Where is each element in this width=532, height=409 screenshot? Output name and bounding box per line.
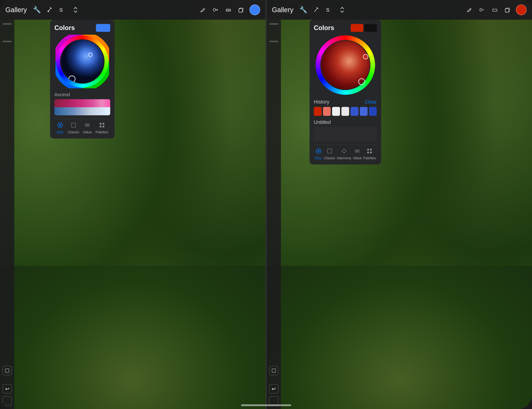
history-swatches-right [314, 107, 377, 116]
palettes-icon-left [98, 121, 106, 129]
tab-palettes-left[interactable]: Palettes [95, 121, 108, 134]
tab-classic-left[interactable]: Classic [68, 121, 79, 134]
color-wheel-right[interactable] [315, 35, 376, 95]
clear-button-right[interactable]: Clear [365, 99, 377, 105]
wrench-icon-left[interactable]: 🔧 [32, 5, 41, 15]
color-wheel-left[interactable] [56, 35, 109, 88]
layer-toggle-left[interactable] [2, 366, 12, 375]
svg-text:S: S [326, 7, 329, 13]
right-panel: Gallery 🔧 S [267, 0, 532, 409]
harmony-label-left: Ascend [54, 92, 110, 97]
svg-rect-39 [370, 152, 372, 153]
untitled-area-right [314, 127, 377, 141]
layers-icon-left[interactable] [237, 5, 246, 15]
svg-rect-16 [71, 123, 76, 127]
harmony-strip-left [54, 99, 110, 115]
classic-icon-right [326, 147, 333, 155]
transform-icon-right[interactable] [337, 5, 347, 15]
brush-size-slider-right[interactable] [269, 23, 278, 25]
history-swatch-7[interactable] [369, 107, 377, 116]
tab-value-left[interactable]: Value [83, 121, 92, 134]
wand-icon-left[interactable] [45, 5, 54, 15]
history-swatch-2[interactable] [323, 107, 331, 116]
layers-icon-right[interactable] [503, 5, 512, 15]
svg-rect-7 [5, 369, 9, 372]
history-swatch-1[interactable] [314, 107, 322, 116]
undo-button-right[interactable]: ↩ [269, 384, 278, 393]
history-swatch-4[interactable] [342, 107, 349, 116]
wrench-icon-right[interactable]: 🔧 [299, 5, 308, 15]
tab-disc-left[interactable]: Disc [56, 121, 64, 134]
toolbar-right: Gallery 🔧 S [267, 0, 532, 20]
secondary-color-swatch-right[interactable] [364, 24, 377, 32]
value-icon-right [353, 147, 361, 155]
svg-rect-37 [370, 149, 372, 151]
colors-title-right: Colors [314, 24, 334, 32]
history-swatch-3[interactable] [332, 107, 340, 116]
svg-rect-20 [100, 123, 102, 125]
palettes-label-left: Palettes [95, 130, 108, 134]
smudge-icon-left[interactable]: S [58, 5, 67, 15]
pencil-icon-left[interactable] [198, 5, 207, 15]
smudge-icon-right[interactable]: S [325, 5, 334, 15]
modify-btn-left[interactable] [2, 396, 12, 405]
tab-bar-left: Disc Classic Value [54, 119, 110, 134]
svg-point-25 [480, 9, 482, 11]
disc-icon-right [314, 147, 323, 155]
eraser-icon-left[interactable] [224, 5, 233, 15]
history-swatch-5[interactable] [351, 107, 358, 116]
gallery-button-left[interactable]: Gallery [5, 6, 27, 14]
modify-btn-right[interactable] [269, 396, 278, 405]
brush-size-slider[interactable] [3, 23, 12, 25]
history-label-right: History [314, 99, 329, 105]
value-icon-left [83, 121, 91, 129]
left-panel: Gallery 🔧 S [0, 0, 266, 409]
color-ring-left [56, 35, 109, 88]
harmony-row-1 [54, 99, 110, 107]
wand-icon-right[interactable] [312, 5, 321, 15]
current-color-swatch-left[interactable] [96, 24, 110, 32]
gallery-button-right[interactable]: Gallery [272, 6, 294, 14]
home-indicator [241, 404, 291, 406]
history-swatch-6[interactable] [360, 107, 368, 116]
opacity-slider[interactable] [3, 41, 12, 42]
value-label-left: Value [83, 130, 92, 134]
harmony-row-2 [54, 107, 110, 115]
svg-rect-6 [239, 9, 242, 12]
tab-disc-right[interactable]: Disc [314, 147, 323, 160]
airbrush-icon-right[interactable] [477, 5, 486, 15]
transform-icon-left[interactable] [71, 5, 80, 15]
layer-toggle-right[interactable] [269, 366, 278, 375]
colors-panel-header-left: Colors [54, 24, 110, 32]
colors-panel-right: Colors History Clear [310, 20, 381, 164]
classic-label-left: Classic [68, 130, 79, 134]
tab-palettes-right[interactable]: Palettes [363, 147, 376, 160]
eraser-icon-right[interactable] [490, 5, 499, 15]
color-dot-right[interactable] [516, 4, 527, 15]
svg-point-15 [59, 124, 61, 126]
palettes-label-right: Palettes [363, 156, 376, 160]
undo-button-left[interactable]: ↩ [2, 384, 12, 393]
svg-point-31 [318, 150, 319, 152]
airbrush-icon-left[interactable] [211, 5, 220, 15]
tab-classic-right[interactable]: Classic [324, 147, 335, 160]
classic-label-right: Classic [324, 156, 335, 160]
colors-panel-header-right: Colors [314, 24, 377, 32]
svg-rect-23 [103, 126, 104, 127]
canvas-water-left [0, 266, 266, 409]
tab-harmony-right[interactable]: Harmony [337, 147, 351, 160]
tab-bar-right: Disc Classic Harmony [314, 145, 377, 160]
pencil-icon-right[interactable] [464, 5, 474, 15]
color-swatch-pair-right [351, 24, 377, 32]
svg-rect-22 [100, 126, 102, 127]
primary-color-swatch-right[interactable] [351, 24, 363, 32]
classic-icon-left [70, 121, 77, 129]
opacity-slider-right[interactable] [269, 41, 278, 42]
outer-handle-right [358, 78, 365, 85]
disc-label-left: Disc [57, 130, 64, 134]
tab-value-right[interactable]: Value [353, 147, 362, 160]
color-dot-left[interactable] [249, 4, 260, 15]
colors-panel-left: Colors [50, 20, 114, 138]
disc-icon-left [56, 121, 64, 129]
svg-point-2 [213, 9, 215, 11]
